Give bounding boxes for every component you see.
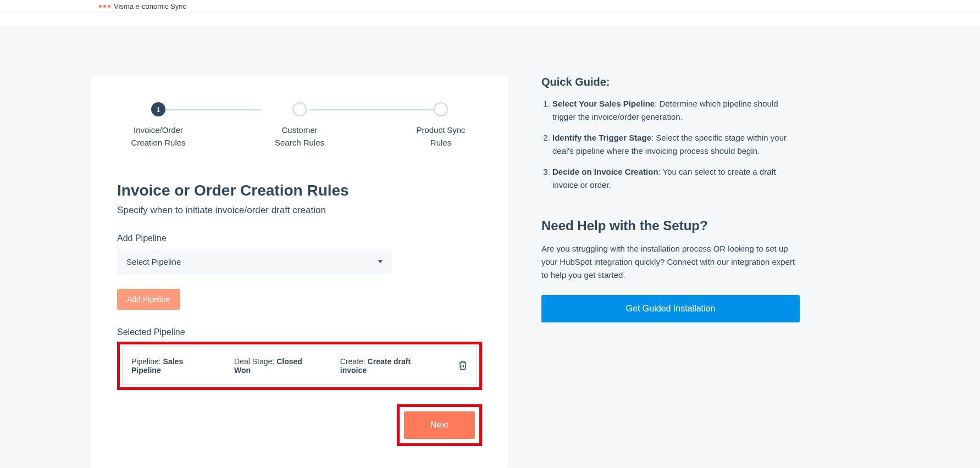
page-title: Invoice or Order Creation Rules bbox=[117, 182, 482, 199]
step-circle: 1 bbox=[151, 102, 165, 116]
help-text: Are you struggling with the installation… bbox=[541, 242, 800, 282]
app-header: Visma e-conomic Sync bbox=[0, 0, 980, 13]
step-label: Invoice/Order Creation Rules bbox=[131, 124, 185, 149]
step-customer-search[interactable]: Customer Search Rules bbox=[264, 102, 335, 149]
create-cell: Create: Create draft invoice bbox=[340, 357, 434, 375]
logo-icon bbox=[99, 5, 110, 8]
sub-header bbox=[0, 13, 980, 26]
get-guided-installation-button[interactable]: Get Guided Installation bbox=[541, 295, 800, 322]
trash-icon[interactable] bbox=[458, 360, 468, 372]
step-circle bbox=[292, 102, 307, 116]
help-title: Need Help with the Setup? bbox=[541, 218, 800, 233]
quick-guide-title: Quick Guide: bbox=[541, 76, 800, 88]
guide-item: Identify the Trigger Stage: Select the s… bbox=[552, 131, 800, 158]
pipeline-row: Pipeline: Sales Pipeline Deal Stage: Clo… bbox=[122, 347, 477, 385]
guide-item: Decide on Invoice Creation: You can sele… bbox=[552, 165, 800, 192]
step-product-sync[interactable]: Product Sync Rules bbox=[405, 102, 477, 149]
step-invoice-order[interactable]: 1 Invoice/Order Creation Rules bbox=[123, 102, 194, 149]
sidebar: Quick Guide: Select Your Sales Pipeline:… bbox=[541, 76, 800, 322]
quick-guide-list: Select Your Sales Pipeline: Determine wh… bbox=[541, 97, 800, 192]
app-title: Visma e-conomic Sync bbox=[114, 2, 186, 10]
guide-item: Select Your Sales Pipeline: Determine wh… bbox=[552, 97, 800, 124]
step-label: Product Sync Rules bbox=[416, 124, 465, 149]
add-pipeline-button[interactable]: Add Pipeline bbox=[117, 289, 180, 310]
select-placeholder: Select Pipeline bbox=[126, 257, 181, 266]
add-pipeline-label: Add Pipeline bbox=[117, 233, 482, 243]
next-button[interactable]: Next bbox=[404, 411, 475, 439]
selected-pipeline-highlight: Pipeline: Sales Pipeline Deal Stage: Clo… bbox=[117, 342, 482, 390]
selected-pipeline-label: Selected Pipeline bbox=[117, 327, 482, 337]
deal-stage-cell: Deal Stage: Closed Won bbox=[234, 357, 316, 375]
next-button-highlight: Next bbox=[397, 404, 482, 446]
pipeline-select[interactable]: Select Pipeline bbox=[117, 249, 392, 275]
main-card: 1 Invoice/Order Creation Rules Customer … bbox=[91, 76, 508, 468]
step-number: 1 bbox=[156, 105, 160, 114]
step-circle bbox=[434, 102, 448, 116]
page-subtitle: Specify when to initiate invoice/order d… bbox=[117, 205, 482, 216]
pipeline-cell: Pipeline: Sales Pipeline bbox=[131, 357, 210, 375]
stepper: 1 Invoice/Order Creation Rules Customer … bbox=[117, 102, 482, 149]
step-label: Customer Search Rules bbox=[275, 124, 324, 149]
chevron-down-icon bbox=[378, 260, 383, 263]
